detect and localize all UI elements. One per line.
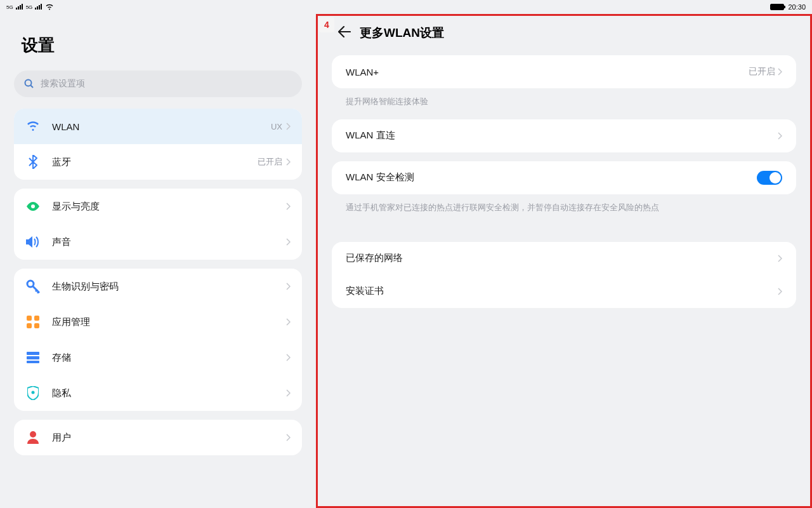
wifi-icon — [45, 4, 54, 10]
wlan-plus-row[interactable]: WLAN+ 已开启 — [332, 55, 796, 88]
svg-point-12 — [30, 431, 36, 438]
settings-sidebar: 设置 搜索设置项 WLAN UX 蓝牙 已开启 — [0, 14, 316, 508]
chevron-right-icon — [286, 434, 291, 441]
svg-rect-9 — [27, 356, 39, 359]
sidebar-item-user[interactable]: 用户 — [14, 420, 302, 455]
page-title: 设置 — [14, 34, 302, 57]
chevron-right-icon — [286, 203, 291, 210]
wlan-security-desc: 通过手机管家对已连接的热点进行联网安全检测，并暂停自动连接存在安全风险的热点 — [332, 194, 796, 225]
status-bar: 5G 5G 20:30 — [0, 0, 812, 14]
sidebar-item-storage[interactable]: 存储 — [14, 340, 302, 375]
svg-rect-6 — [27, 323, 32, 328]
speaker-icon — [25, 234, 41, 250]
chevron-right-icon — [286, 389, 291, 397]
sidebar-item-bluetooth[interactable]: 蓝牙 已开启 — [14, 144, 302, 180]
sidebar-item-wlan[interactable]: WLAN UX — [14, 109, 302, 144]
search-icon — [24, 79, 34, 89]
signal-2: 5G — [26, 4, 33, 10]
chevron-right-icon — [778, 288, 782, 295]
chevron-right-icon — [778, 255, 782, 262]
wlan-security-row: WLAN 安全检测 — [332, 161, 796, 194]
chevron-right-icon — [778, 132, 782, 140]
chevron-right-icon — [286, 283, 291, 290]
svg-line-1 — [31, 86, 34, 88]
svg-point-0 — [25, 80, 32, 86]
eye-icon — [25, 199, 41, 214]
sidebar-item-display[interactable]: 显示与亮度 — [14, 189, 302, 224]
signal-1: 5G — [6, 4, 13, 10]
storage-icon — [25, 350, 41, 365]
wifi-icon — [25, 119, 41, 134]
apps-icon — [25, 314, 41, 330]
user-icon — [25, 430, 41, 445]
sidebar-item-privacy[interactable]: 隐私 — [14, 375, 302, 411]
install-cert-row[interactable]: 安装证书 — [332, 275, 796, 308]
key-icon — [25, 279, 41, 294]
annotation-badge: 4 — [319, 17, 334, 32]
wlan-security-toggle[interactable] — [757, 171, 782, 185]
chevron-right-icon — [286, 238, 291, 246]
back-button[interactable] — [338, 26, 351, 41]
chevron-right-icon — [286, 354, 291, 361]
saved-networks-row[interactable]: 已保存的网络 — [332, 242, 796, 275]
svg-rect-7 — [34, 323, 39, 328]
sidebar-item-sound[interactable]: 声音 — [14, 224, 302, 260]
chevron-right-icon — [286, 158, 291, 166]
svg-rect-10 — [27, 361, 39, 363]
detail-title: 更多WLAN设置 — [360, 25, 444, 41]
chevron-right-icon — [286, 123, 291, 130]
svg-rect-8 — [27, 352, 39, 355]
detail-panel: 4 更多WLAN设置 WLAN+ 已开启 提升网络智能连接体验 WLAN 直连 — [316, 14, 812, 508]
sidebar-item-biometric[interactable]: 生物识别与密码 — [14, 269, 302, 304]
svg-point-11 — [32, 391, 35, 394]
shield-icon — [25, 385, 41, 401]
chevron-right-icon — [778, 68, 782, 76]
svg-rect-5 — [34, 316, 39, 321]
svg-rect-4 — [27, 316, 32, 321]
search-input[interactable]: 搜索设置项 — [14, 70, 302, 97]
status-time: 20:30 — [788, 3, 806, 11]
search-placeholder: 搜索设置项 — [41, 78, 85, 90]
battery-icon — [770, 4, 784, 10]
wlan-plus-desc: 提升网络智能连接体验 — [332, 88, 796, 119]
bluetooth-icon — [25, 154, 41, 170]
chevron-right-icon — [286, 318, 291, 326]
sidebar-item-apps[interactable]: 应用管理 — [14, 304, 302, 340]
wlan-direct-row[interactable]: WLAN 直连 — [332, 119, 796, 152]
svg-point-2 — [31, 204, 35, 208]
